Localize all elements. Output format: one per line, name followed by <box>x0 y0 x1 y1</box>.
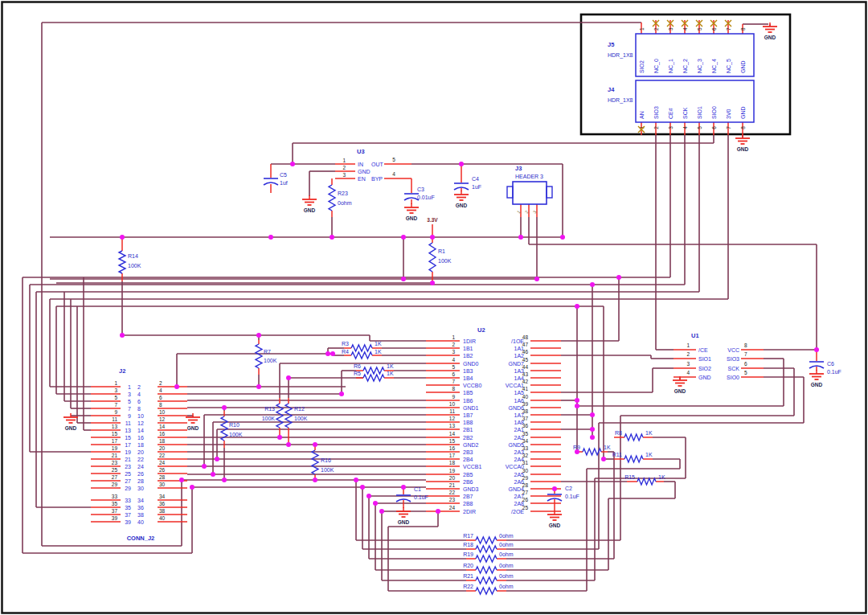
pin-name: /CE <box>698 347 708 353</box>
capacitor-ref: C1 <box>414 486 421 492</box>
resistor-ref: R13 <box>264 406 275 412</box>
gnd-label: GND <box>764 35 776 40</box>
pin-number: 10 <box>159 409 166 415</box>
pin-number: 3 <box>686 361 690 367</box>
connector-part: HEADER 3 <box>515 174 543 179</box>
pin-name: GND <box>740 106 746 119</box>
pin-number: 5 <box>114 395 117 400</box>
pin-name: 21 <box>125 457 131 462</box>
junction-dot <box>590 435 595 440</box>
junction-dot <box>814 347 819 352</box>
resistor-value: 0ohm <box>499 584 514 589</box>
pin-number: 4 <box>159 387 162 393</box>
ic-ref: U3 <box>357 148 365 155</box>
pin-name: 1B1 <box>463 346 473 351</box>
pin-number: 28 <box>159 474 166 480</box>
junction-dot <box>354 478 358 482</box>
pin-number: 3 <box>452 349 455 355</box>
pin-name: 13 <box>125 428 131 433</box>
pin-number: 36 <box>522 423 529 428</box>
pin-number: 26 <box>159 467 166 473</box>
pin-number: 19 <box>449 468 456 474</box>
junction-dot <box>601 457 606 461</box>
pin-name: SIO3 <box>727 356 739 362</box>
pin-name: SIO3 <box>653 106 659 119</box>
pin-name: 23 <box>125 464 131 469</box>
pin-number: 4 <box>392 171 395 177</box>
pin-number: 9 <box>114 409 117 415</box>
resistor-value: 0ohm <box>499 533 514 539</box>
resistor-value: 100K <box>321 467 334 473</box>
pin-number: 6 <box>711 27 717 31</box>
pin-name: 35 <box>125 505 131 510</box>
pin-number: 8 <box>740 27 746 31</box>
pin-number: 34 <box>522 438 529 444</box>
pin-number: 41 <box>522 386 529 392</box>
pin-number: 21 <box>449 482 456 488</box>
pin-name: CE# <box>668 108 674 119</box>
pin-number: 4 <box>686 370 690 375</box>
pin-number: 3 <box>668 126 674 129</box>
pin-name: SIO0 <box>727 375 739 380</box>
pin-number: 18 <box>159 438 166 444</box>
pin-name: 11 <box>125 420 131 426</box>
pin-number: 7 <box>726 27 731 31</box>
pin-name: 9 <box>128 413 131 419</box>
pin-name: 12 <box>137 420 144 426</box>
pin-number: 12 <box>449 416 456 421</box>
resistor-ref: R12 <box>294 406 305 412</box>
resistor-ref: R9 <box>573 445 580 450</box>
junction-dot <box>190 485 194 490</box>
pin-number: 8 <box>452 386 455 392</box>
junction-dot <box>401 277 406 281</box>
pin-number: 7 <box>452 379 455 384</box>
resistor-ref: R22 <box>463 584 473 589</box>
junction-dot <box>268 235 273 240</box>
pin-number: 40 <box>159 515 166 521</box>
junction-dot <box>222 405 227 410</box>
junction-dot <box>222 478 227 482</box>
capacitor-ref: C4 <box>472 176 479 182</box>
junction-dot <box>401 235 406 240</box>
gnd-label: GND <box>304 207 316 213</box>
pin-name: 29 <box>125 486 131 491</box>
pin-number: 15 <box>112 431 118 437</box>
junction-dot <box>339 392 344 396</box>
pin-name: 28 <box>137 478 144 484</box>
resistor-ref: R4 <box>342 349 349 355</box>
pin-name: 18 <box>137 442 144 448</box>
resistor-ref: R17 <box>463 533 473 539</box>
capacitor-value: 0.1uF <box>414 494 428 500</box>
pin-name: OUT <box>371 162 384 167</box>
pin-number: 8 <box>744 342 747 348</box>
pin-number: 13 <box>112 424 118 429</box>
pin-number: 16 <box>159 431 166 437</box>
pin-name: 27 <box>125 478 131 484</box>
junction-dot <box>534 277 539 281</box>
resistor-value: 1K <box>387 371 394 376</box>
pin-number: 6 <box>744 361 747 367</box>
resistor-value: 0ohm <box>499 573 514 579</box>
pin-name: SIO1 <box>697 106 702 119</box>
pin-name: 1B2 <box>463 353 473 359</box>
junction-dot <box>326 351 330 356</box>
pin-number: 3 <box>342 172 346 178</box>
pin-name: 33 <box>125 498 131 503</box>
pin-number: 4 <box>682 126 688 129</box>
pin-number: 37 <box>522 416 529 421</box>
resistor-value: 1K <box>604 445 611 450</box>
pin-name: 22 <box>137 457 144 462</box>
pin-name: 3 <box>128 392 131 397</box>
pin-name: SCK <box>682 107 688 119</box>
pin-name: 2B8 <box>463 501 473 506</box>
junction-dot <box>179 478 184 482</box>
resistor-value: 0ohm <box>499 542 514 547</box>
resistor-ref: R14 <box>128 253 138 259</box>
junction-dot <box>256 384 261 389</box>
pin-number: 27 <box>522 490 529 495</box>
pin-number: 36 <box>159 501 166 506</box>
pin-number: 35 <box>112 501 118 506</box>
pin-number: 35 <box>522 431 529 437</box>
pin-number: 17 <box>449 453 456 458</box>
junction-dot <box>552 486 557 491</box>
